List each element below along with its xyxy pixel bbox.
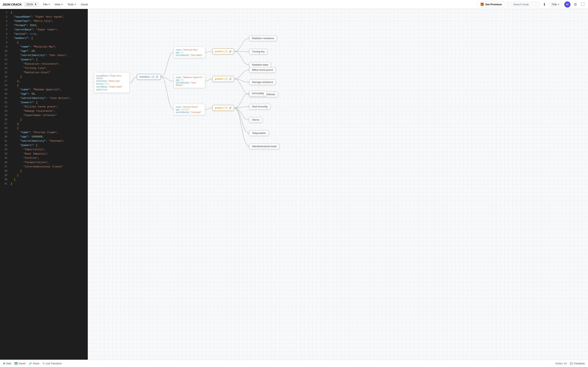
nodes-count: Nodes: 19: [555, 362, 567, 365]
json-format-selector[interactable]: JSON ▼: [24, 2, 39, 7]
p3-2: Inferno: [249, 117, 262, 123]
power-item: Turning tiny: [249, 49, 267, 54]
saved-status: 💾 Saved: [15, 362, 26, 365]
chevron-down-icon: ▼: [34, 3, 37, 6]
code-line: 6 "active": true,: [0, 32, 87, 36]
code-line: 35 "Inferno",: [0, 156, 87, 160]
member1-node: name: "Molecule Man" age: 29 secretIdent…: [173, 47, 205, 58]
live-transform-status[interactable]: ↻ Live Transform: [43, 362, 62, 365]
code-line: 1{: [0, 11, 87, 15]
code-line: 15 "Radiation blast": [0, 71, 87, 75]
p1-1: Turning tiny: [249, 49, 268, 54]
top-menu: File ▼ View ▼ Tools ▼ Cloud: [41, 2, 90, 7]
power-item: Heat Immunity: [249, 104, 270, 109]
code-line: 21 "secretIdentity": "Jane Wilson",: [0, 96, 87, 100]
link-icon: 🔗: [29, 362, 32, 365]
tools-menu-item[interactable]: Tools ▼: [65, 2, 78, 7]
code-line: 16 ]: [0, 75, 87, 79]
feedback-icon: 💬: [570, 362, 573, 365]
p3-3: Teleportation: [249, 130, 269, 136]
p3-0: Immortality: [249, 91, 267, 96]
powers3-button[interactable]: powers (5) 🔗: [213, 105, 234, 111]
code-line: 34 "Heat Immunity",: [0, 152, 87, 156]
app-logo: JSON CRACK: [2, 3, 22, 6]
get-premium-button[interactable]: 🎁 Get Premium: [477, 1, 504, 8]
code-line: 37 "Interdimensional travel": [0, 165, 87, 169]
transform-icon: ↻: [43, 362, 45, 365]
share-status[interactable]: 🔗 Share: [29, 362, 39, 365]
code-line: 33 "Immortality",: [0, 148, 87, 152]
powers1-button[interactable]: powers (3) 🔗: [213, 49, 234, 54]
member2-node: name: "Madame Uppercut" age: 39 secretId…: [173, 74, 205, 88]
power-item: Damage resistance: [249, 80, 276, 85]
user-avatar[interactable]: JC: [564, 1, 571, 8]
valid-dot: [3, 363, 5, 364]
p3-1: Heat Immunity: [249, 104, 270, 109]
power-item: Radiation resistance: [249, 36, 277, 41]
code-line: 26 ]: [0, 118, 87, 122]
code-line: 11 "secretIdentity": "Dan Jukes",: [0, 53, 87, 58]
code-line: 17 },: [0, 79, 87, 83]
code-line: 3 "homeTown": "Metro City",: [0, 19, 87, 24]
powers1-btn: powers (3) 🔗: [212, 48, 234, 54]
file-menu-item[interactable]: File ▼: [41, 2, 52, 7]
members-button[interactable]: members (3) 🔗: [137, 74, 161, 80]
code-line: 7 "members": [: [0, 36, 87, 41]
power-item: Interdimensional travel: [249, 144, 279, 149]
code-line: 18 {: [0, 83, 87, 88]
code-line: 24 "Damage resistance",: [0, 109, 87, 113]
code-line: 10 "age": 29,: [0, 49, 87, 53]
code-line: 23 "Million tonne punch",: [0, 105, 87, 109]
power-item: Radiation blast: [249, 62, 271, 67]
connections-svg: [88, 9, 588, 360]
code-line: 31 "secretIdentity": "Unknown",: [0, 139, 87, 143]
bottombar: Valid 💾 Saved 🔗 Share ↻ Live Transform N…: [0, 360, 588, 367]
powers3-btn: powers (5) 🔗: [212, 105, 234, 111]
cloud-menu-item[interactable]: Cloud: [79, 2, 90, 7]
download-icon[interactable]: ⬇: [542, 1, 547, 8]
code-line: 25 "Superhuman reflexes": [0, 113, 87, 118]
chevron-down-icon: ▼: [558, 3, 560, 6]
chevron-icon: ▼: [74, 3, 76, 6]
code-line: 32 "powers": [: [0, 143, 87, 148]
search-node-input[interactable]: [507, 2, 540, 7]
code-line: 12 "powers": [: [0, 58, 87, 62]
powers2-button[interactable]: powers (3) 🔗: [213, 76, 234, 82]
chevron-icon: ▼: [61, 3, 63, 6]
code-line: 29 "name": "Eternal Flame",: [0, 131, 87, 135]
code-line: 8 {: [0, 41, 87, 45]
code-editor[interactable]: 1{2 "squadName": "Super hero squad",3 "h…: [0, 9, 88, 360]
code-line: 39 }: [0, 173, 87, 178]
zoom-control[interactable]: 71% ▼: [549, 2, 562, 7]
code-line: 4 "formed": 2016,: [0, 24, 87, 28]
code-line: 20 "age": 39,: [0, 92, 87, 96]
code-line: 2 "squadName": "Super hero squad",: [0, 15, 87, 19]
code-line: 27 },: [0, 122, 87, 126]
save-icon: 💾: [15, 362, 17, 365]
powers2-btn: powers (3) 🔗: [212, 76, 234, 82]
p3-4: Interdimensional travel: [249, 143, 279, 149]
chevron-icon: ▼: [48, 3, 50, 6]
members-btn-node: members (3) 🔗: [137, 74, 161, 80]
search-wrapper: 🔍: [507, 2, 540, 7]
code-line: 28 {: [0, 126, 87, 131]
power-item: Immortality: [249, 91, 267, 96]
code-line: 13 "Radiation resistance",: [0, 62, 87, 66]
power-item: Million tonne punch: [249, 67, 276, 73]
code-line: 14 "Turning tiny",: [0, 66, 87, 71]
gift-icon: 🎁: [480, 2, 484, 6]
valid-status: Valid: [3, 362, 11, 365]
power-item: Teleportation: [249, 131, 269, 136]
graph-canvas[interactable]: squadName: "Super hero squad" homeTown: …: [88, 9, 588, 360]
feedback-button[interactable]: 💬 Feedback: [570, 362, 585, 365]
root-node: squadName: "Super hero squad" homeTown: …: [94, 72, 130, 93]
code-line: 41}: [0, 182, 87, 186]
fullscreen-icon[interactable]: ⛶: [580, 1, 586, 7]
code-line: 36 "Teleportation",: [0, 160, 87, 165]
p1-0: Radiation resistance: [249, 35, 277, 41]
settings-icon[interactable]: ⚙: [573, 1, 578, 8]
view-menu-item[interactable]: View ▼: [53, 2, 65, 7]
code-line: 5 "secretBase": "Super tower",: [0, 28, 87, 32]
member3-node: name: "Eternal Flame" age: 1000000 secre…: [173, 104, 205, 115]
code-line: 38 ]: [0, 169, 87, 173]
